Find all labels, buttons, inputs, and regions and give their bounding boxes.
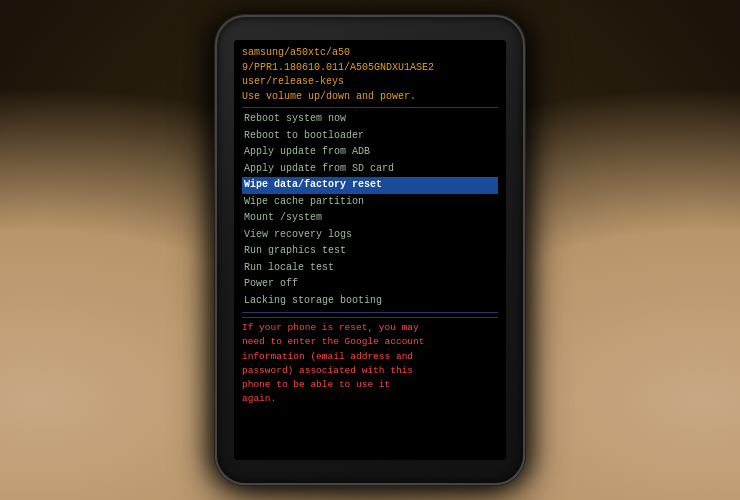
warning-line6: again.: [242, 393, 276, 404]
phone-device: samsung/a50xtc/a50 9/PPR1.180610.011/A50…: [215, 15, 525, 485]
header-info: samsung/a50xtc/a50 9/PPR1.180610.011/A50…: [242, 46, 498, 104]
header-line1: samsung/a50xtc/a50: [242, 46, 498, 61]
menu-list: Reboot system nowReboot to bootloaderApp…: [242, 111, 498, 309]
phone-screen: samsung/a50xtc/a50 9/PPR1.180610.011/A50…: [234, 40, 506, 460]
menu-item-11[interactable]: Lacking storage booting: [242, 293, 498, 310]
divider-bottom: [242, 312, 498, 313]
menu-item-4[interactable]: Wipe data/factory reset: [242, 177, 498, 194]
menu-item-7[interactable]: View recovery logs: [242, 227, 498, 244]
screen-content: samsung/a50xtc/a50 9/PPR1.180610.011/A50…: [234, 40, 506, 460]
menu-item-8[interactable]: Run graphics test: [242, 243, 498, 260]
warning-line5: phone to be able to use it: [242, 379, 390, 390]
menu-item-6[interactable]: Mount /system: [242, 210, 498, 227]
menu-item-10[interactable]: Power off: [242, 276, 498, 293]
warning-line4: password) associated with this: [242, 365, 413, 376]
divider-top: [242, 107, 498, 108]
menu-item-5[interactable]: Wipe cache partition: [242, 194, 498, 211]
menu-item-3[interactable]: Apply update from SD card: [242, 161, 498, 178]
warning-line1: If your phone is reset, you may: [242, 322, 419, 333]
warning-line2: need to enter the Google account: [242, 336, 424, 347]
menu-item-1[interactable]: Reboot to bootloader: [242, 128, 498, 145]
warning-section: If your phone is reset, you may need to …: [242, 317, 498, 407]
menu-item-2[interactable]: Apply update from ADB: [242, 144, 498, 161]
warning-text: If your phone is reset, you may need to …: [242, 321, 498, 407]
scene: samsung/a50xtc/a50 9/PPR1.180610.011/A50…: [0, 0, 740, 500]
menu-item-9[interactable]: Run locale test: [242, 260, 498, 277]
warning-line3: information (email address and: [242, 351, 413, 362]
header-line3: user/release-keys: [242, 75, 498, 90]
header-line2: 9/PPR1.180610.011/A505GNDXU1ASE2: [242, 61, 498, 76]
header-line4: Use volume up/down and power.: [242, 90, 498, 105]
menu-item-0[interactable]: Reboot system now: [242, 111, 498, 128]
